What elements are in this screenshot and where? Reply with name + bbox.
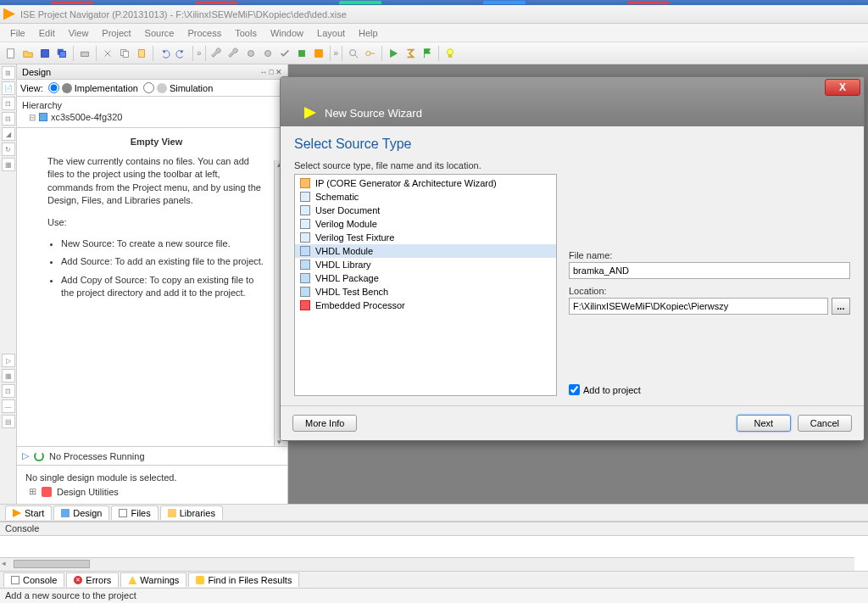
wizard-close-button[interactable]: X xyxy=(825,79,860,96)
source-type-item[interactable]: VHDL Module xyxy=(295,244,556,258)
tool-grid-icon[interactable] xyxy=(311,46,326,61)
menu-bar: File Edit View Project Source Process To… xyxy=(0,24,868,42)
sb-libs-icon[interactable]: ⊡ xyxy=(2,97,15,110)
run-icon[interactable] xyxy=(386,46,401,61)
menu-view[interactable]: View xyxy=(62,26,96,40)
menu-help[interactable]: Help xyxy=(352,26,385,40)
ctab-console[interactable]: Console xyxy=(3,572,64,587)
undo-icon[interactable] xyxy=(157,46,172,61)
radio-implementation[interactable]: Implementation xyxy=(48,82,138,93)
tab-design[interactable]: Design xyxy=(53,505,109,520)
proc-btn2-icon[interactable]: ▦ xyxy=(2,369,15,382)
source-type-item[interactable]: Verilog Module xyxy=(295,217,556,231)
copy-icon[interactable] xyxy=(117,46,132,61)
tool-flag-icon[interactable] xyxy=(420,46,435,61)
proc-run-icon[interactable]: ▷ xyxy=(2,354,15,367)
source-type-label: Embedded Processor xyxy=(315,300,405,310)
save-icon[interactable] xyxy=(37,46,53,61)
more-info-button[interactable]: More Info xyxy=(292,415,357,432)
tab-libraries[interactable]: Libraries xyxy=(160,505,223,520)
menu-edit[interactable]: Edit xyxy=(32,26,62,40)
source-type-label: VHDL Module xyxy=(315,246,373,256)
sb-files-icon[interactable]: 📄 xyxy=(2,81,15,95)
tree-expand-icon[interactable]: ⊟ xyxy=(29,113,36,122)
menu-process[interactable]: Process xyxy=(181,26,228,40)
tool-gear2-icon[interactable] xyxy=(260,46,275,61)
view-label: View: xyxy=(20,83,43,93)
sb-btn6-icon[interactable]: ↻ xyxy=(2,142,15,156)
tool-sigma-icon[interactable] xyxy=(403,46,418,61)
device-row[interactable]: ⊟ xc3s500e-4fg320 xyxy=(22,110,282,124)
new-icon[interactable] xyxy=(3,46,19,61)
source-type-item[interactable]: VHDL Library xyxy=(295,258,556,271)
proc-btn3-icon[interactable]: ⊡ xyxy=(2,384,15,398)
tool-wrench2-icon[interactable] xyxy=(226,46,242,61)
proc-btn4-icon[interactable]: — xyxy=(2,399,15,413)
next-button[interactable]: Next xyxy=(737,415,791,432)
add-to-project-checkbox[interactable]: Add to project xyxy=(569,384,850,395)
ctab-errors[interactable]: ✕Errors xyxy=(66,572,119,587)
tool-wrench-icon[interactable] xyxy=(209,46,225,61)
panel-pin-icon[interactable]: □ xyxy=(270,68,274,76)
hscrollbar[interactable] xyxy=(0,557,854,571)
refresh-icon[interactable] xyxy=(34,451,44,461)
file-name-input[interactable] xyxy=(569,262,850,279)
toolbar-chevrons2-icon[interactable]: » xyxy=(334,48,339,58)
tool-chip-icon[interactable] xyxy=(294,46,309,61)
source-type-item[interactable]: VHDL Test Bench xyxy=(295,285,556,299)
menu-tools[interactable]: Tools xyxy=(228,26,264,40)
app-icon xyxy=(3,8,15,20)
svg-rect-3 xyxy=(59,51,65,57)
ctab-warnings[interactable]: Warnings xyxy=(120,572,186,587)
proc-btn5-icon[interactable]: ▤ xyxy=(2,415,15,428)
tool-key-icon[interactable] xyxy=(363,46,378,61)
panel-arrows-icon[interactable]: ↔ xyxy=(260,68,268,76)
open-icon[interactable] xyxy=(20,46,36,61)
run-arrow-icon[interactable]: ▷ xyxy=(22,450,29,461)
tool-search-icon[interactable] xyxy=(346,46,361,61)
source-type-item[interactable]: IP (CORE Generator & Architecture Wizard… xyxy=(295,176,556,190)
panel-close-icon[interactable]: ✕ xyxy=(275,68,282,76)
bottom-tabs: Start Design Files Libraries xyxy=(0,504,868,522)
tool-gear-icon[interactable] xyxy=(243,46,259,61)
toolbar-chevrons-icon[interactable]: » xyxy=(197,48,202,58)
source-type-item[interactable]: Verilog Test Fixture xyxy=(295,231,556,244)
print-icon[interactable] xyxy=(77,46,92,61)
file-name-label: File name: xyxy=(569,250,850,260)
source-type-item[interactable]: VHDL Package xyxy=(295,271,556,285)
menu-window[interactable]: Window xyxy=(264,26,310,40)
console-icon xyxy=(11,576,19,584)
source-type-list[interactable]: IP (CORE Generator & Architecture Wizard… xyxy=(294,174,557,396)
menu-source[interactable]: Source xyxy=(138,26,181,40)
sb-btn7-icon[interactable]: ▦ xyxy=(2,158,15,171)
help-bulb-icon[interactable] xyxy=(442,46,458,61)
cancel-button[interactable]: Cancel xyxy=(798,415,852,432)
menu-layout[interactable]: Layout xyxy=(310,26,352,40)
cut-icon[interactable] xyxy=(100,46,115,61)
design-utilities-row[interactable]: ⊞ Design Utilities xyxy=(22,484,282,499)
location-input[interactable] xyxy=(569,298,828,315)
source-type-item[interactable]: Embedded Processor xyxy=(295,299,556,312)
menu-project[interactable]: Project xyxy=(95,26,137,40)
tool-check-icon[interactable] xyxy=(277,46,292,61)
tab-start[interactable]: Start xyxy=(5,505,52,520)
sb-btn4-icon[interactable]: ⊟ xyxy=(2,112,15,126)
tab-files[interactable]: Files xyxy=(111,505,158,520)
paste-icon[interactable] xyxy=(134,46,149,61)
tree-expand-icon[interactable]: ⊞ xyxy=(29,486,36,497)
source-type-item[interactable]: Schematic xyxy=(295,190,556,204)
saveall-icon[interactable] xyxy=(54,46,70,61)
ctab-find[interactable]: Find in Files Results xyxy=(188,572,299,587)
svg-point-12 xyxy=(350,49,356,55)
empty-title: Empty View xyxy=(47,137,265,147)
radio-simulation[interactable]: Simulation xyxy=(143,82,213,93)
sb-hierarchy-icon[interactable]: ⊞ xyxy=(2,66,15,80)
browse-button[interactable]: ... xyxy=(832,298,850,315)
redo-icon[interactable] xyxy=(174,46,189,61)
sb-btn5-icon[interactable]: ◢ xyxy=(2,127,15,141)
source-type-icon xyxy=(300,205,310,215)
source-type-item[interactable]: User Document xyxy=(295,204,556,217)
menu-file[interactable]: File xyxy=(3,26,32,40)
warning-icon xyxy=(128,576,136,584)
svg-point-14 xyxy=(448,48,453,54)
